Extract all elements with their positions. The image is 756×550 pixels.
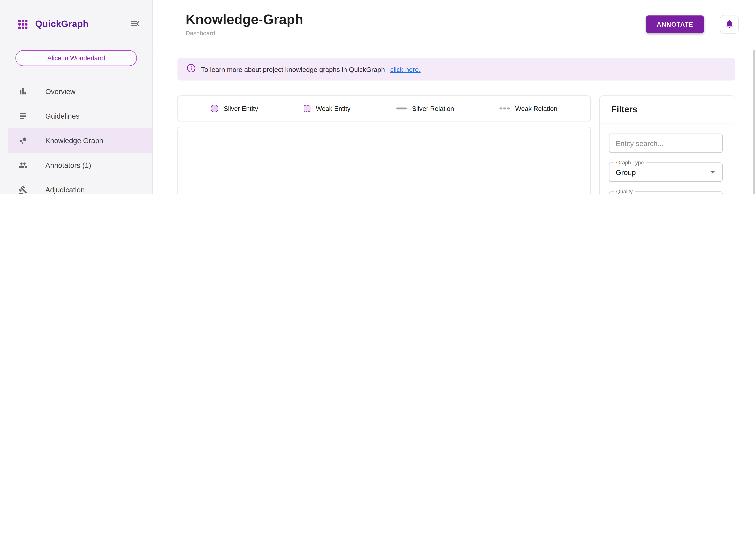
vertical-scrollbar[interactable] <box>753 50 755 194</box>
sidebar-item-annotators[interactable]: Annotators (1) <box>8 153 152 177</box>
bell-icon <box>724 19 734 30</box>
annotate-button[interactable]: ANNOTATE <box>646 16 704 33</box>
gavel-icon <box>18 185 28 194</box>
sidebar-item-overview[interactable]: Overview <box>8 79 152 104</box>
bubble-chart-icon <box>18 136 28 145</box>
banner-text: To learn more about project knowledge gr… <box>201 65 385 73</box>
silver-relation-swatch-icon <box>396 108 407 109</box>
info-icon <box>187 64 196 75</box>
silver-entity-swatch-icon <box>211 105 218 112</box>
menu-collapse-icon <box>130 23 140 30</box>
banner-link[interactable]: click here. <box>390 65 421 73</box>
legend-weak-relation: Weak Relation <box>500 105 557 112</box>
sidebar-item-guidelines[interactable]: Guidelines <box>8 104 152 128</box>
legend-silver-relation: Silver Relation <box>396 105 454 112</box>
entity-search-input[interactable] <box>609 134 723 153</box>
legend-weak-entity: Weak Entity <box>304 105 350 112</box>
sidebar-collapse-button[interactable] <box>129 18 141 30</box>
quality-select[interactable]: Quality Everything <box>609 191 723 194</box>
knowledge-graph-canvas[interactable]: LocatedInKnowsPossessesLocatedIn Aliceba… <box>177 127 591 194</box>
sidebar: QuickGraph Alice in Wonderland Overview … <box>0 0 153 194</box>
graph-type-value: Group <box>616 168 707 176</box>
weak-entity-swatch-icon <box>304 105 311 112</box>
notifications-button[interactable] <box>720 15 739 34</box>
page-subtitle: Dashboard <box>186 30 646 37</box>
sidebar-item-label: Annotators (1) <box>45 161 91 169</box>
bar-chart-icon <box>18 87 28 96</box>
sidebar-menu: Overview Guidelines Knowledge Graph Anno… <box>0 79 152 194</box>
sidebar-header: QuickGraph <box>0 0 152 48</box>
content: To learn more about project knowledge gr… <box>153 49 756 194</box>
brand-title: QuickGraph <box>35 19 122 29</box>
graph-type-select[interactable]: Graph Type Group <box>609 163 723 182</box>
sidebar-item-label: Guidelines <box>45 112 80 120</box>
group-icon <box>18 161 28 170</box>
sidebar-item-adjudication[interactable]: Adjudication <box>8 177 152 194</box>
weak-relation-swatch-icon <box>500 108 510 109</box>
filters-panel: Filters Graph Type Group Quality Everyth… <box>599 95 735 194</box>
graph-legend: Silver Entity Weak Entity Silver Relatio… <box>177 95 591 121</box>
quickgraph-logo-icon <box>18 20 28 29</box>
filters-title: Filters <box>600 96 735 123</box>
sidebar-item-label: Adjudication <box>45 186 85 194</box>
main-area: Knowledge-Graph Dashboard ANNOTATE To le… <box>153 0 756 194</box>
sidebar-item-knowledge-graph[interactable]: Knowledge Graph <box>8 128 152 153</box>
dropdown-caret-icon <box>707 167 718 177</box>
project-selector[interactable]: Alice in Wonderland <box>16 50 137 66</box>
sidebar-item-label: Overview <box>45 87 75 95</box>
quickgraph-app: QuickGraph Alice in Wonderland Overview … <box>0 0 756 194</box>
legend-silver-entity: Silver Entity <box>211 105 258 112</box>
graph-edges-layer: LocatedInKnowsPossessesLocatedIn <box>178 127 590 194</box>
top-bar: Knowledge-Graph Dashboard ANNOTATE <box>153 0 756 49</box>
info-banner: To learn more about project knowledge gr… <box>177 58 735 81</box>
notes-icon <box>18 111 28 121</box>
sidebar-item-label: Knowledge Graph <box>45 136 103 145</box>
page-title: Knowledge-Graph <box>186 12 646 28</box>
